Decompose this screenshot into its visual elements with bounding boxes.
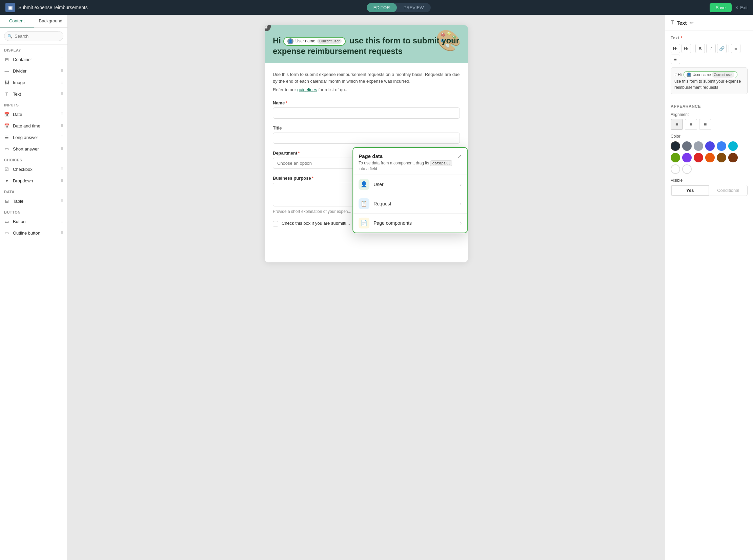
drag-handle[interactable]: ⠿ (61, 124, 63, 128)
drag-handle[interactable]: ⠿ (61, 112, 63, 117)
ordered-list-button[interactable]: ≡ (731, 44, 740, 53)
drag-handle[interactable]: ⠿ (61, 147, 63, 151)
drag-handle[interactable]: ⠿ (61, 135, 63, 140)
drag-handle[interactable]: ⠿ (61, 80, 63, 85)
search-icon: 🔍 (7, 34, 13, 39)
drag-handle[interactable]: ⠿ (61, 167, 63, 172)
preview-user-pill: 👤 User name Current user (684, 71, 737, 78)
input-title[interactable] (273, 133, 460, 144)
unordered-list-button[interactable]: ≡ (671, 55, 680, 64)
drag-handle[interactable]: ⠿ (61, 69, 63, 73)
long-answer-icon: ☰ (4, 135, 9, 140)
drag-handle[interactable]: ⠿ (61, 57, 63, 62)
sidebar-item-table[interactable]: ⊞ Table ⠿ (0, 195, 67, 207)
sidebar-item-text[interactable]: T Text ⠿ (0, 88, 67, 100)
sidebar-item-checkbox[interactable]: ☑ Checkbox ⠿ (0, 163, 67, 175)
color-swatch[interactable] (671, 153, 680, 162)
sidebar-item-short-answer[interactable]: ▭ Short answer ⠿ (0, 143, 67, 155)
color-swatch[interactable] (728, 153, 738, 162)
color-swatch[interactable] (694, 141, 703, 151)
sidebar-item-button[interactable]: ▭ Button ⠿ (0, 216, 67, 227)
color-swatch[interactable] (682, 153, 692, 162)
drag-handle[interactable]: ⠿ (61, 92, 63, 96)
field-name: Name * (273, 100, 460, 119)
align-right-button[interactable]: ≡ (699, 119, 711, 130)
color-swatch[interactable] (694, 153, 703, 162)
sidebar-item-label: Button (13, 219, 26, 224)
exit-button[interactable]: ✕ Exit (735, 5, 748, 10)
input-name[interactable] (273, 107, 460, 119)
modal-subtitle: To use data from a component, drag its d… (359, 160, 457, 172)
text-icon: T (4, 91, 9, 97)
link-button[interactable]: 🔗 (717, 44, 727, 53)
sidebar-item-label: Table (13, 199, 23, 204)
drag-handle[interactable]: ⠿ (61, 231, 63, 235)
color-swatch[interactable] (717, 141, 726, 151)
modal-item-page-components[interactable]: 📄 Page components › (353, 213, 467, 233)
editor-tab[interactable]: EDITOR (367, 3, 397, 12)
sidebar-item-dropdown[interactable]: ▾ Dropdown ⠿ (0, 175, 67, 186)
search-input[interactable] (4, 31, 63, 41)
sidebar-item-label: Dropdown (13, 178, 33, 183)
main-layout: Content Background 🔍 DISPLAY ⊞ Container… (0, 15, 753, 560)
text-section: Text * H₁ H₂ B I 🔗 ≡ ≡ # Hi 👤 User name (665, 31, 753, 99)
outline-button-icon: ▭ (4, 230, 9, 236)
sidebar-item-date-time[interactable]: 📅 Date and time ⠿ (0, 120, 67, 132)
visible-conditional-button[interactable]: Conditional (709, 185, 748, 196)
form-container: 🗑 Hi 👤 User name Current user use this f… (265, 25, 468, 262)
appearance-label: APPEARANCE (671, 104, 748, 109)
bold-button[interactable]: B (695, 44, 705, 53)
drag-handle[interactable]: ⠿ (61, 199, 63, 203)
align-left-button[interactable]: ≡ (671, 119, 683, 130)
color-swatch[interactable] (682, 141, 692, 151)
chevron-right-icon: › (460, 220, 462, 226)
color-swatch[interactable] (671, 141, 680, 151)
h1-button[interactable]: H₁ (671, 44, 680, 53)
sidebar-item-date[interactable]: 📅 Date ⠿ (0, 108, 67, 120)
right-panel-title: Text (677, 20, 687, 26)
italic-button[interactable]: I (706, 44, 716, 53)
color-swatch-outline[interactable] (682, 164, 692, 174)
modal-item-label: Request (373, 201, 391, 206)
sidebar-item-outline-button[interactable]: ▭ Outline button ⠿ (0, 227, 67, 239)
preview-tab[interactable]: PREVIEW (397, 3, 431, 12)
left-sidebar: Content Background 🔍 DISPLAY ⊞ Container… (0, 15, 68, 560)
sidebar-item-label: Divider (13, 68, 26, 74)
sidebar-item-image[interactable]: 🖼 Image ⠿ (0, 77, 67, 88)
color-swatch[interactable] (717, 153, 726, 162)
color-swatch[interactable] (728, 141, 738, 151)
form-heading: Hi 👤 User name Current user use this for… (273, 35, 460, 56)
align-center-button[interactable]: ≡ (685, 119, 697, 130)
tab-content[interactable]: Content (0, 15, 34, 27)
edit-button[interactable]: ✏ (690, 20, 694, 25)
checkbox-input[interactable] (273, 221, 278, 226)
sidebar-tabs: Content Background (0, 15, 67, 28)
sidebar-item-container[interactable]: ⊞ Container ⠿ (0, 54, 67, 65)
request-icon: 📋 (359, 198, 369, 209)
short-answer-icon: ▭ (4, 146, 9, 152)
sidebar-item-divider[interactable]: — Divider ⠿ (0, 65, 67, 77)
preview-pill-name: User name (693, 72, 711, 78)
section-label-choices: CHOICES (0, 155, 67, 163)
color-swatch[interactable] (705, 153, 715, 162)
right-panel-header: T Text ✏ (665, 15, 753, 31)
guidelines-link[interactable]: guidelines (297, 87, 317, 92)
tab-background[interactable]: Background (34, 15, 68, 27)
modal-expand-button[interactable]: ⤢ (457, 153, 462, 160)
text-label: Text * (671, 36, 748, 40)
checkbox-label: Check this box if you are submitti... (282, 221, 350, 226)
required-marker: * (298, 151, 300, 156)
h2-button[interactable]: H₂ (681, 44, 691, 53)
color-swatch[interactable] (705, 141, 715, 151)
save-button[interactable]: Save (710, 3, 732, 12)
modal-item-user[interactable]: 👤 User › (353, 175, 467, 194)
drag-handle[interactable]: ⠿ (61, 219, 63, 224)
modal-item-request[interactable]: 📋 Request › (353, 194, 467, 213)
visible-yes-button[interactable]: Yes (671, 185, 709, 196)
drag-handle[interactable]: ⠿ (61, 179, 63, 183)
color-swatch-white[interactable] (671, 164, 680, 174)
preview-suffix: use this form to submit your expense rei… (674, 79, 741, 90)
form-header: Hi 👤 User name Current user use this for… (265, 25, 468, 63)
visible-toggle: Yes Conditional (671, 185, 748, 196)
sidebar-item-long-answer[interactable]: ☰ Long answer ⠿ (0, 132, 67, 143)
